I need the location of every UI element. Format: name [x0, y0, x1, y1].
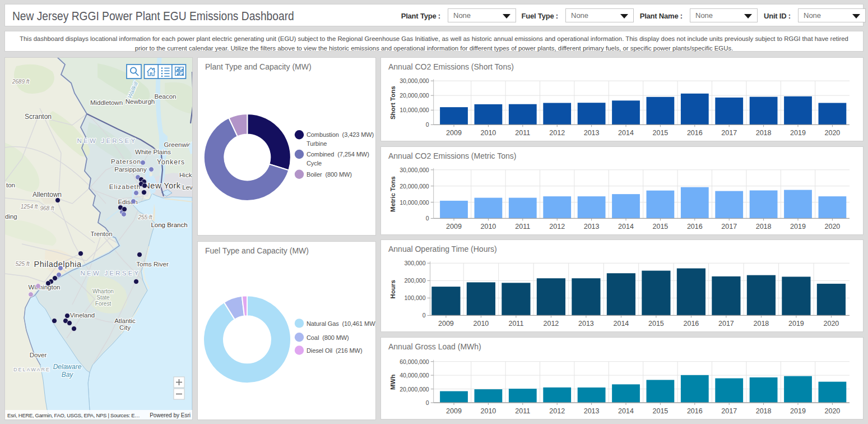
svg-text:40,000,000: 40,000,000: [400, 372, 429, 379]
svg-text:0: 0: [426, 121, 429, 128]
svg-text:2017: 2017: [721, 129, 737, 137]
svg-text:Hicksv: Hicksv: [179, 172, 192, 178]
svg-text:2013: 2013: [578, 320, 594, 328]
svg-text:Trenton: Trenton: [90, 231, 112, 237]
svg-text:Paterson: Paterson: [111, 158, 141, 165]
svg-text:ding: ding: [5, 213, 17, 220]
svg-text:255 ft: 255 ft: [137, 214, 152, 220]
svg-text:2009: 2009: [446, 223, 462, 231]
svg-text:60,000,000: 60,000,000: [400, 358, 429, 365]
svg-text:Forest: Forest: [95, 301, 112, 307]
svg-text:1254 ft: 1254 ft: [21, 204, 39, 210]
svg-text:2011: 2011: [515, 129, 530, 137]
svg-text:2014: 2014: [613, 320, 629, 328]
svg-text:20,000,000: 20,000,000: [400, 386, 429, 393]
svg-text:525 ft: 525 ft: [15, 261, 30, 267]
svg-text:0: 0: [426, 215, 429, 222]
svg-text:Natural Gas (10,461 MW): Natural Gas (10,461 MW): [307, 320, 375, 327]
svg-text:2012: 2012: [549, 407, 565, 415]
svg-text:2017: 2017: [721, 223, 737, 231]
svg-text:20,000,000: 20,000,000: [400, 92, 429, 99]
svg-text:2018: 2018: [756, 223, 772, 231]
svg-text:2020: 2020: [824, 223, 840, 231]
svg-text:Yonkers: Yonkers: [157, 158, 185, 166]
svg-text:Coal (800 MW): Coal (800 MW): [307, 334, 349, 341]
svg-text:New York: New York: [144, 181, 181, 190]
svg-text:2009: 2009: [446, 407, 462, 415]
svg-text:Toms River: Toms River: [136, 261, 169, 268]
svg-text:Turbine: Turbine: [307, 140, 327, 147]
svg-text:Metric Tons: Metric Tons: [389, 176, 396, 212]
svg-text:2015: 2015: [652, 407, 668, 415]
svg-text:DELAWARE: DELAWARE: [13, 367, 50, 372]
svg-text:Powered by Esri: Powered by Esri: [150, 412, 191, 418]
svg-text:2018: 2018: [753, 320, 769, 328]
svg-text:Allentown: Allentown: [33, 191, 62, 199]
svg-text:2010: 2010: [480, 407, 496, 415]
svg-text:2020: 2020: [824, 407, 840, 415]
svg-text:State: State: [96, 294, 110, 301]
svg-text:Cycle: Cycle: [307, 160, 322, 167]
svg-text:2014: 2014: [618, 129, 634, 137]
svg-text:2019: 2019: [788, 320, 804, 328]
svg-text:Dover: Dover: [30, 352, 47, 358]
svg-text:Middletown: Middletown: [90, 99, 123, 106]
svg-text:Parsippany: Parsippany: [114, 166, 147, 173]
svg-text:Delaware: Delaware: [53, 363, 82, 371]
svg-text:2016: 2016: [687, 129, 703, 137]
svg-text:30,000,000: 30,000,000: [400, 77, 429, 84]
svg-text:100,000: 100,000: [405, 294, 426, 301]
svg-text:Elizabeth: Elizabeth: [109, 183, 141, 190]
svg-text:2012: 2012: [549, 129, 565, 137]
svg-text:2014: 2014: [618, 407, 634, 415]
svg-text:Atlantic: Atlantic: [114, 317, 136, 324]
svg-text:0: 0: [423, 312, 426, 319]
svg-text:2017: 2017: [718, 320, 734, 328]
svg-text:2016: 2016: [683, 320, 699, 328]
svg-text:10,000,000: 10,000,000: [400, 107, 429, 113]
svg-text:NEW JERSEY: NEW JERSEY: [81, 270, 141, 276]
svg-text:Diesel Oil (216 MW): Diesel Oil (216 MW): [307, 347, 362, 354]
svg-text:ton: ton: [6, 182, 15, 188]
svg-text:MWh: MWh: [389, 375, 396, 390]
svg-text:White Plains: White Plains: [135, 149, 171, 155]
svg-text:2011: 2011: [515, 407, 530, 415]
svg-text:Beacon: Beacon: [154, 93, 176, 100]
svg-text:2018: 2018: [756, 407, 772, 415]
svg-text:2013: 2013: [584, 129, 600, 137]
svg-text:Bay: Bay: [62, 371, 74, 379]
svg-text:2011: 2011: [508, 320, 523, 328]
svg-text:Combined (7,254 MW): Combined (7,254 MW): [307, 151, 369, 158]
svg-text:2689 ft: 2689 ft: [12, 79, 30, 85]
svg-text:2009: 2009: [438, 320, 454, 328]
svg-text:City: City: [119, 324, 131, 331]
svg-text:2020: 2020: [824, 129, 840, 137]
svg-text:968 ft: 968 ft: [40, 205, 54, 211]
svg-text:2010: 2010: [473, 320, 489, 328]
svg-text:Short Tons: Short Tons: [389, 86, 396, 119]
svg-text:2015: 2015: [648, 320, 664, 328]
svg-text:2016: 2016: [687, 407, 703, 415]
svg-text:2018: 2018: [756, 129, 772, 137]
svg-text:0: 0: [426, 399, 429, 406]
svg-text:2013: 2013: [584, 407, 600, 415]
svg-text:300,000: 300,000: [405, 260, 426, 266]
svg-text:2017: 2017: [721, 407, 737, 415]
svg-text:20,000,000: 20,000,000: [400, 183, 429, 190]
svg-text:200,000: 200,000: [405, 277, 426, 284]
svg-text:2016: 2016: [687, 223, 703, 231]
svg-text:2019: 2019: [790, 223, 806, 231]
svg-text:Long Branch: Long Branch: [151, 222, 187, 228]
svg-text:2009: 2009: [446, 129, 462, 137]
svg-text:2012: 2012: [543, 320, 559, 328]
svg-text:Combustion (3,423 MW): Combustion (3,423 MW): [307, 131, 374, 138]
svg-text:Philadelphia: Philadelphia: [34, 260, 81, 269]
svg-text:Wilmington: Wilmington: [29, 284, 61, 291]
svg-text:2010: 2010: [480, 223, 496, 231]
svg-text:Scranton: Scranton: [25, 113, 52, 121]
svg-text:Greenwich: Greenwich: [164, 141, 192, 148]
svg-text:Boiler (800 MW): Boiler (800 MW): [307, 171, 352, 178]
svg-text:2019: 2019: [790, 129, 806, 137]
svg-text:2012: 2012: [549, 223, 565, 231]
svg-text:Newburgh: Newburgh: [126, 98, 155, 105]
